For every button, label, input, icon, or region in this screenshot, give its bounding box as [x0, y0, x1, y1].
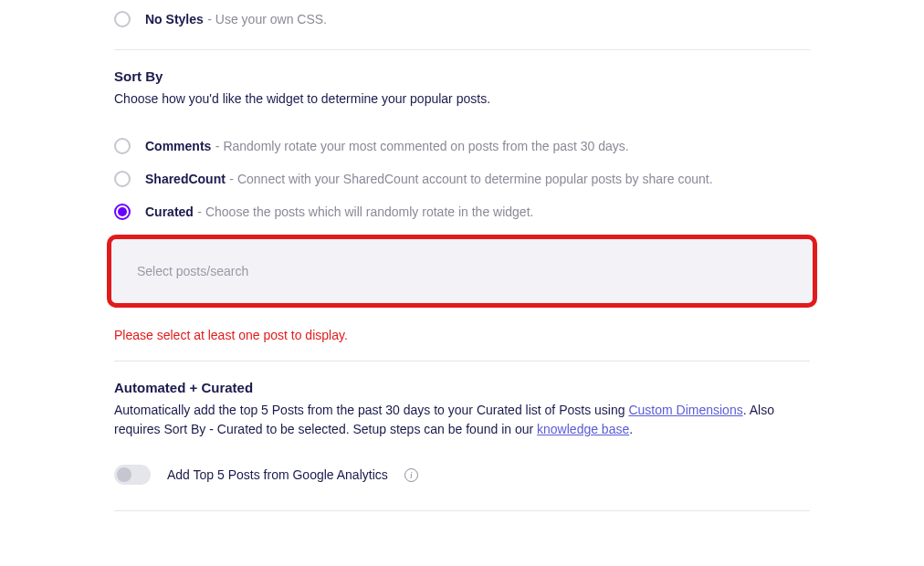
radio-text: No Styles - Use your own CSS. — [145, 11, 327, 27]
search-highlight-box — [107, 235, 817, 308]
post-search-input[interactable] — [137, 264, 787, 278]
radio-sharedcount[interactable] — [114, 171, 131, 187]
radio-text: SharedCount - Connect with your SharedCo… — [145, 171, 713, 187]
toggle-row-add-top5: Add Top 5 Posts from Google Analytics i — [114, 465, 810, 485]
divider — [114, 361, 810, 362]
link-custom-dimensions[interactable]: Custom Dimensions — [628, 403, 742, 417]
radio-option-curated[interactable]: Curated - Choose the posts which will ra… — [114, 200, 810, 224]
divider — [114, 49, 810, 50]
radio-text: Curated - Choose the posts which will ra… — [145, 204, 533, 220]
toggle-add-top5[interactable] — [114, 465, 151, 485]
link-knowledge-base[interactable]: knowledge base — [537, 422, 629, 436]
radio-desc: - Use your own CSS. — [207, 12, 327, 26]
automated-title: Automated + Curated — [114, 380, 810, 395]
info-icon[interactable]: i — [404, 468, 418, 482]
error-message: Please select at least one post to displ… — [114, 328, 810, 342]
radio-desc: - Connect with your SharedCount account … — [229, 172, 712, 186]
radio-title: Curated — [145, 204, 194, 219]
radio-comments[interactable] — [114, 138, 131, 154]
divider — [114, 510, 810, 511]
radio-desc: - Choose the posts which will randomly r… — [197, 204, 533, 219]
radio-desc: - Randomly rotate your most commented on… — [215, 139, 629, 153]
radio-title: SharedCount — [145, 172, 226, 186]
radio-option-sharedcount[interactable]: SharedCount - Connect with your SharedCo… — [114, 167, 810, 191]
toggle-label: Add Top 5 Posts from Google Analytics — [167, 467, 388, 482]
radio-title: Comments — [145, 139, 211, 153]
toggle-knob — [117, 467, 131, 482]
radio-option-no-styles[interactable]: No Styles - Use your own CSS. — [114, 7, 810, 31]
automated-desc: Automatically add the top 5 Posts from t… — [114, 401, 810, 439]
radio-title: No Styles — [145, 12, 204, 26]
sort-by-desc: Choose how you'd like the widget to dete… — [114, 89, 810, 109]
radio-text: Comments - Randomly rotate your most com… — [145, 138, 629, 154]
radio-option-comments[interactable]: Comments - Randomly rotate your most com… — [114, 134, 810, 158]
sort-by-title: Sort By — [114, 68, 810, 84]
radio-curated[interactable] — [114, 204, 131, 220]
radio-no-styles[interactable] — [114, 11, 131, 27]
